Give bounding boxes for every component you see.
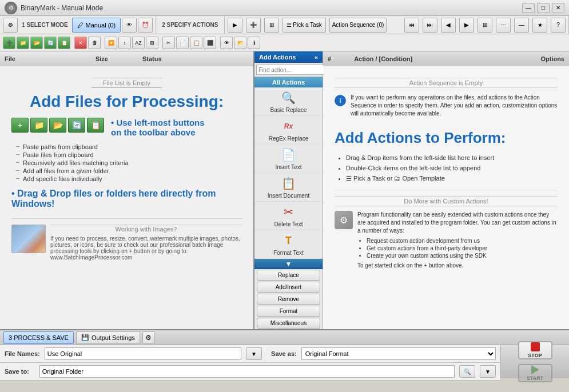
action-format-text[interactable]: T Format Text [254,230,323,259]
size-col-header: Size [96,55,108,62]
empty-label: File List is Empty [91,78,162,88]
gear-icon: ⚙ [335,211,353,229]
action-insert-document[interactable]: 📋 Insert Document [254,173,323,202]
file-names-dropdown[interactable]: ▼ [246,347,262,360]
task-picker[interactable]: ☰ Pick a Task [282,18,326,33]
action-regex-replace[interactable]: Rx RegEx Replace [254,116,323,145]
save-to-input[interactable] [39,365,455,378]
add-btn-4[interactable]: 🔄 [68,118,85,133]
filter-btn[interactable]: 🔽 [105,37,117,49]
add-btn[interactable]: ➕ [246,18,261,33]
props-btn[interactable]: ℹ [248,37,260,49]
add-actions-title: Add Actions to Perform: [335,129,558,147]
cut-btn[interactable]: ✂ [162,37,175,49]
action-delete-text[interactable]: ✂ Delete Text [254,202,323,230]
collapse-btn[interactable]: « [315,54,318,61]
help-btn[interactable]: ? [551,18,566,33]
save-to-dropdown[interactable]: ▼ [480,365,496,378]
add-btn-3[interactable]: 📂 [49,118,66,133]
category-format[interactable]: Format [257,306,320,317]
add-paste-btn[interactable]: 📋 [58,37,70,49]
add-btn-5[interactable]: 📋 [87,118,104,133]
action-buttons: STOP START [500,345,569,378]
add-files-title: Add Files for Processing: [30,93,224,111]
clear-btn[interactable]: 🗑 [88,37,101,49]
category-misc[interactable]: Miscellaneous [257,318,320,329]
format-text-icon: T [281,233,297,249]
minus-btn[interactable]: — [514,18,529,33]
add-recursive-btn[interactable]: 🔄 [44,37,57,49]
insert-text-label: Insert Text [276,164,302,170]
open-btn[interactable]: 📂 [234,37,246,49]
nav-btn-3[interactable]: ◀ [441,18,456,33]
toolbar-row1: ⚙ 1 SELECT MODE 🖊 Manual (0) 👁 ⏰ 2 SPECI… [0,16,569,34]
star-btn[interactable]: ★ [532,18,547,33]
add-folder-btn[interactable]: 📂 [30,37,43,49]
process-save-label: 3 PROCESS & SAVE [9,334,69,341]
save-to-browse[interactable]: 🔍 [459,365,475,378]
file-names-input[interactable] [45,347,241,360]
more-btn[interactable]: ⋯ [496,18,511,33]
actions-search: 🔍 [254,63,323,77]
start-button[interactable]: START [518,364,552,382]
use-toolbar: • Use left-most buttons on the toolbar a… [111,118,205,137]
right-panel-container: Add Actions « 🔍 All Actions 🔍 Basic Repl… [254,51,569,329]
view-btn[interactable]: 👁 [122,18,137,33]
add-btn-2[interactable]: 📁 [30,118,47,133]
nav-btn-1[interactable]: ⏮ [404,18,419,33]
add-item-btn[interactable]: 📁 [17,37,29,49]
clock-btn[interactable]: ⏰ [138,18,153,33]
stop-icon [531,342,540,351]
manual-mode-tab[interactable]: 🖊 Manual (0) [72,18,121,33]
seq-label-btn[interactable]: Action Sequence (0) [329,18,387,33]
view-toggle[interactable]: ⊞ [146,37,158,49]
save-as-label: Save as: [271,350,297,357]
stop-button[interactable]: STOP [518,341,552,359]
add-green-btn[interactable]: ➕ [3,37,15,49]
sort-btn[interactable]: ↕ [118,37,131,49]
preview-btn[interactable]: 👁 [220,37,233,49]
minimize-button[interactable]: — [522,3,535,13]
category-add-insert[interactable]: Add/Insert [257,282,320,293]
bottom-tabs: 3 PROCESS & SAVE 💾 Output Settings ⚙ [0,329,569,345]
nav-btn-2[interactable]: ⏭ [423,18,437,33]
action-bullet-3: ☰ Pick a Task or 🗂 Open Template [346,173,558,184]
instr-item: Paste paths from clipboard [23,143,242,151]
file-names-row: File Names: ▼ Save as: Original Format [0,345,500,363]
category-remove[interactable]: Remove [257,294,320,305]
paste-btn[interactable]: 📋 [190,37,202,49]
grid-view-btn[interactable]: ⊞ [478,18,492,33]
nav-btn-4[interactable]: ▶ [459,18,474,33]
action-insert-text[interactable]: 📄 Insert Text [254,145,323,173]
info-text: If you want to perform any operations on… [351,94,558,118]
scroll-down-btn[interactable]: ▼ [254,259,323,269]
grid-btn[interactable]: ⊞ [264,18,279,33]
process-fields: File Names: ▼ Save as: Original Format S… [0,345,500,378]
delete-text-label: Delete Text [274,221,303,227]
title-bar-controls[interactable]: — □ ✕ [522,3,564,13]
remove-btn[interactable]: ✕ [74,37,87,49]
category-replace[interactable]: Replace [257,270,320,281]
action-seq-icon[interactable]: ▶ [228,18,242,33]
drag-drop-text: • Drag & Drop files or folders [11,189,137,198]
add-btn-1[interactable]: + [11,118,29,133]
copy-btn[interactable]: 📄 [176,37,189,49]
seq-empty-title: Action Sequence is Empty [335,78,558,88]
custom-bullets: Request custom action development from u… [357,237,558,259]
action-basic-replace[interactable]: 🔍 Basic Replace [254,87,323,116]
search-input[interactable] [256,65,333,75]
file-names-label: File Names: [5,350,40,357]
process-save-tab[interactable]: 3 PROCESS & SAVE [3,331,74,344]
instructions: + 📁 📂 🔄 📋 • Use left-most buttons on the… [11,118,242,209]
maximize-button[interactable]: □ [537,3,550,13]
save-as-select[interactable]: Original Format [301,347,496,360]
start-label: START [527,375,543,381]
output-settings-tab[interactable]: 💾 Output Settings [76,331,140,344]
sort-az[interactable]: AZ [132,37,145,49]
app-icon-btn[interactable]: ⚙ [3,18,18,33]
select-all-btn[interactable]: ⬛ [204,37,216,49]
insert-doc-icon: 📋 [281,175,297,191]
specify-actions-section: 2 SPECIFY ACTIONS [156,16,224,34]
close-button[interactable]: ✕ [552,3,564,13]
settings-button[interactable]: ⚙ [142,331,155,344]
